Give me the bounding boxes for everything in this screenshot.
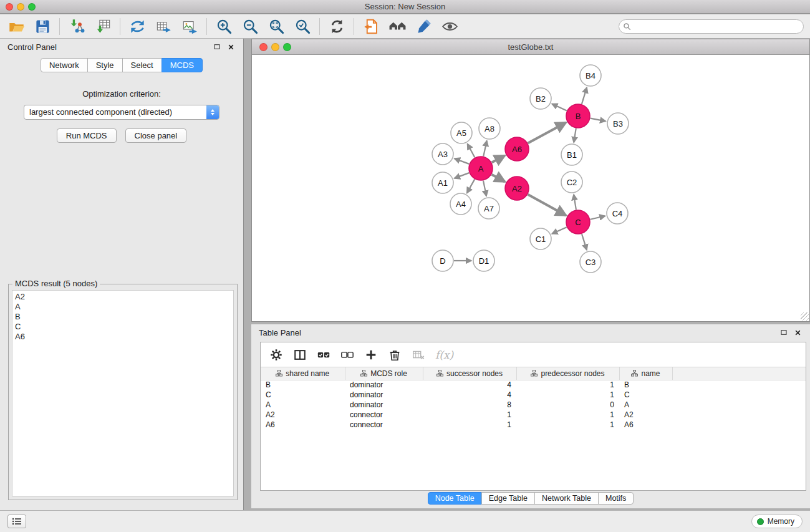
- zoom-selected-icon[interactable]: [292, 16, 312, 36]
- node-B[interactable]: B: [566, 104, 590, 128]
- node-A5[interactable]: A5: [451, 122, 472, 143]
- import-table-file-icon[interactable]: [93, 16, 113, 36]
- tab-network[interactable]: Network: [41, 58, 88, 72]
- show-hide-icon[interactable]: [440, 16, 460, 36]
- table-row[interactable]: A2connector11A2: [261, 410, 806, 420]
- cell-name[interactable]: A2: [619, 410, 672, 420]
- node-A[interactable]: A: [469, 157, 493, 180]
- edge-A6-B[interactable]: [528, 123, 566, 143]
- node-A4[interactable]: A4: [450, 193, 471, 215]
- cell-predecessor-nodes[interactable]: 1: [516, 390, 619, 400]
- cell-mcds-role[interactable]: connector: [345, 410, 423, 420]
- node-C1[interactable]: C1: [530, 228, 551, 249]
- column-header-name[interactable]: name: [619, 367, 672, 380]
- table-close-panel-icon[interactable]: [793, 327, 803, 337]
- node-B3[interactable]: B3: [607, 113, 629, 134]
- node-A8[interactable]: A8: [479, 118, 500, 139]
- mcds-result-item[interactable]: C: [15, 322, 231, 332]
- node-B1[interactable]: B1: [561, 144, 582, 165]
- edge-B-B4[interactable]: [582, 87, 587, 104]
- node-A3[interactable]: A3: [432, 143, 453, 165]
- node-A1[interactable]: A1: [432, 172, 453, 193]
- edge-A-A4[interactable]: [467, 179, 475, 193]
- close-traffic-light-icon[interactable]: [6, 3, 13, 11]
- network-close-traffic-light-icon[interactable]: [259, 43, 268, 51]
- edge-A-A1[interactable]: [455, 173, 470, 178]
- home-icon[interactable]: [387, 16, 407, 36]
- cell-mcds-role[interactable]: dominator: [345, 380, 423, 390]
- optimization-criterion-dropdown[interactable]: largest connected component (directed): [24, 105, 219, 120]
- node-B4[interactable]: B4: [580, 65, 601, 86]
- cell-predecessor-nodes[interactable]: 1: [516, 420, 619, 430]
- zoom-traffic-light-icon[interactable]: [28, 3, 36, 11]
- cell-mcds-role[interactable]: dominator: [345, 390, 423, 400]
- edge-A2-C[interactable]: [528, 195, 566, 216]
- edge-C-C2[interactable]: [574, 195, 576, 210]
- node-B2[interactable]: B2: [530, 88, 551, 109]
- edge-A-A8[interactable]: [483, 141, 486, 157]
- table-row[interactable]: Adominator80A: [261, 400, 806, 410]
- search-input[interactable]: [619, 19, 804, 34]
- select-all-icon[interactable]: [317, 348, 330, 362]
- save-session-icon[interactable]: [32, 16, 52, 36]
- open-session-icon[interactable]: [6, 16, 26, 36]
- node-C3[interactable]: C3: [580, 251, 601, 273]
- cell-predecessor-nodes[interactable]: 1: [516, 380, 619, 390]
- cell-successor-nodes[interactable]: 8: [423, 400, 516, 410]
- cell-shared-name[interactable]: B: [261, 380, 345, 390]
- cell-shared-name[interactable]: A6: [261, 420, 345, 430]
- export-table-icon[interactable]: [153, 16, 173, 36]
- minimize-traffic-light-icon[interactable]: [17, 3, 24, 11]
- edge-C-C1[interactable]: [552, 227, 567, 234]
- column-header-predecessor-nodes[interactable]: predecessor nodes: [516, 367, 619, 380]
- column-header-successor-nodes[interactable]: successor nodes: [423, 367, 516, 380]
- export-image-icon[interactable]: [180, 16, 200, 36]
- cell-successor-nodes[interactable]: 4: [423, 380, 516, 390]
- tab-mcds[interactable]: MCDS: [162, 58, 203, 72]
- add-row-icon[interactable]: [364, 348, 378, 362]
- cell-shared-name[interactable]: A: [261, 400, 345, 410]
- cell-mcds-role[interactable]: dominator: [345, 400, 423, 410]
- mcds-result-list[interactable]: A2ABCA6: [12, 290, 234, 496]
- column-header-shared-name[interactable]: shared name: [261, 367, 345, 380]
- table-row[interactable]: Cdominator41C: [261, 390, 806, 400]
- node-D[interactable]: D: [432, 250, 453, 271]
- export-network-icon[interactable]: [127, 16, 147, 36]
- import-document-icon[interactable]: [361, 16, 381, 36]
- edge-A-A2[interactable]: [492, 175, 505, 182]
- delete-rows-icon[interactable]: [388, 348, 402, 362]
- zoom-out-icon[interactable]: [240, 16, 260, 36]
- annotate-icon[interactable]: [413, 16, 433, 36]
- mcds-result-item[interactable]: A6: [15, 332, 231, 342]
- float-panel-icon[interactable]: [212, 42, 222, 52]
- cell-successor-nodes[interactable]: 1: [423, 410, 516, 420]
- column-header-mcds-role[interactable]: MCDS role: [345, 367, 423, 380]
- cell-name[interactable]: A6: [619, 420, 672, 430]
- edge-A-A5[interactable]: [468, 144, 475, 158]
- close-panel-icon[interactable]: [226, 42, 236, 52]
- network-canvas[interactable]: AA1A2A3A4A5A6A7A8BB1B2B3B4CC1C2C3C4DD1: [252, 56, 809, 321]
- edge-C-C3[interactable]: [582, 234, 587, 250]
- resize-grip[interactable]: [801, 312, 809, 321]
- cell-name[interactable]: B: [619, 380, 672, 390]
- zoom-fit-icon[interactable]: [266, 16, 286, 36]
- close-panel-button[interactable]: Close panel: [125, 128, 187, 143]
- mcds-result-item[interactable]: B: [15, 312, 231, 322]
- network-minimize-traffic-light-icon[interactable]: [271, 43, 279, 51]
- table-row[interactable]: Bdominator41B: [261, 380, 806, 390]
- cell-successor-nodes[interactable]: 1: [423, 420, 516, 430]
- node-C2[interactable]: C2: [561, 172, 582, 193]
- node-A6[interactable]: A6: [505, 137, 529, 161]
- edge-A-A7[interactable]: [483, 181, 486, 196]
- mcds-result-item[interactable]: A2: [15, 292, 231, 302]
- edge-B-B1[interactable]: [574, 128, 576, 143]
- table-row[interactable]: A6connector11A6: [261, 420, 806, 430]
- tab-select[interactable]: Select: [122, 58, 162, 72]
- show-columns-icon[interactable]: [293, 348, 307, 362]
- node-A2[interactable]: A2: [505, 177, 529, 200]
- node-C4[interactable]: C4: [607, 203, 628, 224]
- node-A7[interactable]: A7: [478, 198, 499, 219]
- tab-motifs[interactable]: Motifs: [598, 492, 634, 505]
- zoom-in-icon[interactable]: [214, 16, 234, 36]
- cell-name[interactable]: A: [619, 400, 672, 410]
